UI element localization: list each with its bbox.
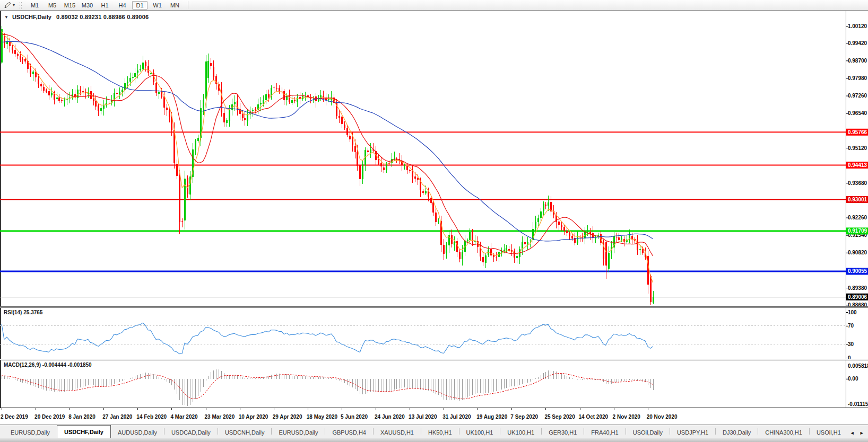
svg-text:0.94413: 0.94413 (848, 162, 867, 168)
chart-tab-uk100-h1[interactable]: UK100,H1 (459, 427, 500, 438)
chart-tab-gbpusd-h4[interactable]: GBPUSD,H4 (325, 427, 373, 438)
timeframe-button-d1[interactable]: D1 (132, 1, 147, 10)
time-tick (70, 408, 70, 410)
tabs-scroll-right-icon[interactable]: ► (860, 430, 864, 436)
time-tick (545, 408, 546, 410)
time-tick (648, 408, 648, 410)
chart-tabbar: EURUSD,DailyUSDCHF,DailyAUDUSD,DailyUSDC… (0, 425, 868, 438)
price-chart-canvas[interactable]: 1.001200.994200.987000.979800.972600.965… (0, 11, 868, 306)
svg-text:0.91709: 0.91709 (848, 228, 867, 234)
time-axis-label: 31 Jul 2020 (442, 414, 471, 420)
chart-tab-usdcad-daily[interactable]: USDCAD,Daily (164, 427, 218, 438)
horizontal-level-line[interactable] (0, 270, 846, 272)
horizontal-level-line[interactable] (0, 131, 846, 132)
time-axis-label: 29 Apr 2020 (273, 414, 302, 420)
tab-scroll-buttons: ◄ ► (848, 430, 868, 438)
time-tick (614, 408, 614, 410)
time-tick (137, 408, 138, 410)
rsi-tick-label: 100 (848, 310, 857, 315)
time-tick (376, 408, 376, 410)
time-axis-label: 24 Jun 2020 (375, 414, 405, 420)
time-tick (103, 408, 104, 410)
time-tick (308, 408, 308, 410)
chart-tab-china300-h1[interactable]: CHINA300,H1 (758, 427, 809, 438)
chart-ohlc-values: 0.89032 0.89231 0.88986 0.89006 (56, 14, 149, 20)
rsi-tick-label: 30 (848, 341, 854, 347)
price-tick-label: 0.97260 (848, 93, 867, 99)
chart-tab-dj30-daily[interactable]: DJ30,Daily (716, 427, 758, 438)
tabs-scroll-left-icon[interactable]: ◄ (850, 430, 855, 436)
tool-dropdown-icon[interactable]: ▾ (13, 3, 15, 7)
timeframe-button-m1[interactable]: M1 (27, 1, 42, 10)
time-axis-label: 14 Feb 2020 (136, 414, 167, 420)
ma-5-line (2, 31, 653, 282)
time-axis-label: 2 Nov 2020 (613, 414, 640, 420)
time-tick (410, 408, 410, 410)
time-axis-label: 13 Jul 2020 (409, 414, 437, 420)
chart-tab-usdchf-daily[interactable]: USDCHF,Daily (57, 425, 111, 438)
time-axis-label: 20 Dec 2019 (34, 414, 65, 420)
chart-tab-eurusd-daily[interactable]: EURUSD,Daily (4, 427, 57, 438)
timeframe-button-m15[interactable]: M15 (62, 1, 77, 10)
time-axis-label: 14 Oct 2020 (579, 414, 609, 420)
price-tick-label: 0.92260 (848, 215, 867, 220)
crosshair-tool-icon[interactable] (3, 2, 12, 9)
price-tick-label: 0.93680 (848, 180, 867, 186)
chart-tab-usdjpy-h1[interactable]: USDJPY,H1 (670, 427, 715, 438)
timeframe-button-h4[interactable]: H4 (115, 1, 130, 10)
time-axis-label: 4 Mar 2020 (170, 414, 197, 420)
time-axis[interactable]: 2 Dec 201920 Dec 20198 Jan 202027 Jan 20… (0, 408, 868, 425)
rsi-pane-canvas[interactable]: 10070300 (0, 308, 868, 359)
timeframe-button-m30[interactable]: M30 (80, 1, 95, 10)
time-axis-label: 5 Jun 2020 (341, 414, 368, 420)
chart-collapse-icon[interactable]: ▼ (4, 15, 8, 20)
horizontal-level-line[interactable] (0, 230, 846, 232)
chart-symbol-label: USDCHF,Daily (12, 14, 51, 20)
chart-window: 1.001200.994200.987000.979800.972600.965… (0, 11, 868, 425)
chart-tab-uk100-h1[interactable]: UK100,H1 (500, 427, 541, 438)
horizontal-level-line[interactable] (0, 199, 846, 200)
chart-tab-usdcnh-daily[interactable]: USDCNH,Daily (218, 427, 272, 438)
chart-tab-xauusd-h1[interactable]: XAUUSD,H1 (374, 427, 421, 438)
price-tick-label: 0.96540 (848, 110, 867, 116)
time-tick (274, 408, 274, 410)
svg-text:0.89006: 0.89006 (848, 294, 867, 300)
timeframe-button-w1[interactable]: W1 (150, 1, 165, 10)
chart-title: ▼ USDCHF,Daily 0.89032 0.89231 0.88986 0… (4, 14, 149, 20)
macd-tick-label: -0.011151 (848, 401, 868, 407)
macd-label: MACD(12,26,9) -0.004444 -0.001850 (4, 362, 92, 368)
rsi-line (2, 323, 653, 354)
chart-tab-hk50-h1[interactable]: HK50,H1 (421, 427, 459, 438)
chart-tabs: EURUSD,DailyUSDCHF,DailyAUDUSD,DailyUSDC… (4, 425, 848, 438)
ma-45-line (2, 41, 653, 241)
time-axis-label: 8 Jan 2020 (68, 414, 96, 420)
timeframe-button-m5[interactable]: M5 (45, 1, 60, 10)
chart-tab-ger30-h1[interactable]: GER30,H1 (542, 427, 584, 438)
chart-tab-fra40-h1[interactable]: FRA40,H1 (584, 427, 625, 438)
macd-tick-label: 0.005818 (848, 363, 868, 369)
chart-tab-usoil-h1[interactable]: USOil,H1 (810, 427, 848, 438)
macd-pane-canvas[interactable]: 0.0058180.00-0.011151 (0, 360, 868, 408)
time-tick (36, 408, 36, 410)
time-axis-label: 2 Dec 2019 (1, 414, 28, 420)
time-tick (240, 408, 240, 410)
chart-tab-usoil-daily[interactable]: USOil,Daily (626, 427, 670, 438)
time-axis-label: 7 Sep 2020 (510, 414, 538, 420)
timeframe-button-h1[interactable]: H1 (97, 1, 112, 10)
time-tick (206, 408, 206, 410)
svg-text:0.90055: 0.90055 (848, 268, 867, 274)
price-tick-label: 1.00120 (848, 23, 867, 29)
horizontal-level-line[interactable] (0, 165, 846, 166)
time-tick (580, 408, 580, 410)
time-tick (444, 408, 444, 410)
price-tick-label: 0.99420 (848, 40, 867, 46)
time-axis-label: 18 May 2020 (307, 414, 337, 420)
toolbar-drag-handle[interactable] (19, 2, 22, 9)
chart-tab-audusd-daily[interactable]: AUDUSD,Daily (111, 427, 164, 438)
timeframe-button-mn[interactable]: MN (167, 1, 183, 10)
chart-tab-eurusd-daily[interactable]: EURUSD,Daily (272, 427, 325, 438)
time-tick (2, 408, 2, 410)
time-tick (171, 408, 172, 410)
price-tick-label: 0.98700 (848, 58, 867, 64)
time-tick (511, 408, 512, 410)
